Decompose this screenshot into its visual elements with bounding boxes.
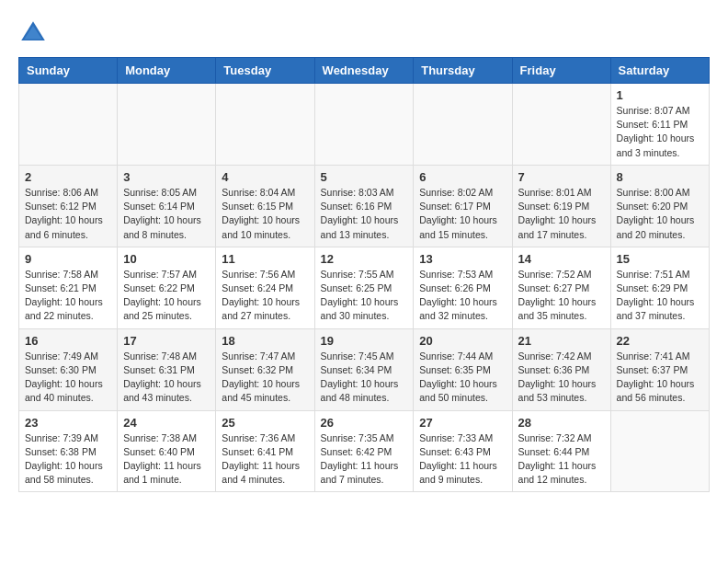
calendar-cell: 19Sunrise: 7:45 AM Sunset: 6:34 PM Dayli… — [314, 328, 414, 410]
day-number: 17 — [123, 334, 210, 348]
calendar-cell: 25Sunrise: 7:36 AM Sunset: 6:41 PM Dayli… — [216, 410, 314, 492]
calendar-cell: 14Sunrise: 7:52 AM Sunset: 6:27 PM Dayli… — [512, 247, 610, 328]
calendar-cell: 2Sunrise: 8:06 AM Sunset: 6:12 PM Daylig… — [19, 165, 118, 247]
day-info: Sunrise: 7:48 AM Sunset: 6:31 PM Dayligh… — [123, 350, 210, 406]
calendar-header-thursday: Thursday — [414, 58, 512, 84]
day-number: 10 — [123, 252, 210, 266]
day-info: Sunrise: 7:39 AM Sunset: 6:38 PM Dayligh… — [25, 431, 111, 488]
day-info: Sunrise: 8:02 AM Sunset: 6:17 PM Dayligh… — [419, 186, 506, 242]
day-number: 7 — [518, 170, 605, 184]
day-number: 20 — [419, 334, 506, 348]
day-number: 26 — [321, 416, 408, 430]
page-header — [18, 18, 710, 48]
day-number: 25 — [222, 416, 308, 430]
calendar-header-saturday: Saturday — [610, 58, 709, 84]
calendar: SundayMondayTuesdayWednesdayThursdayFrid… — [18, 57, 710, 492]
day-number: 15 — [617, 252, 703, 266]
day-info: Sunrise: 7:44 AM Sunset: 6:35 PM Dayligh… — [419, 350, 506, 406]
day-number: 2 — [25, 170, 111, 184]
calendar-week-row: 23Sunrise: 7:39 AM Sunset: 6:38 PM Dayli… — [19, 410, 710, 492]
day-number: 6 — [419, 170, 506, 184]
day-number: 18 — [222, 334, 308, 348]
calendar-cell: 12Sunrise: 7:55 AM Sunset: 6:25 PM Dayli… — [314, 247, 414, 328]
day-info: Sunrise: 7:52 AM Sunset: 6:27 PM Dayligh… — [518, 268, 605, 324]
day-number: 23 — [25, 416, 111, 430]
calendar-cell: 24Sunrise: 7:38 AM Sunset: 6:40 PM Dayli… — [118, 410, 216, 492]
day-info: Sunrise: 7:49 AM Sunset: 6:30 PM Dayligh… — [25, 350, 111, 406]
day-info: Sunrise: 7:41 AM Sunset: 6:37 PM Dayligh… — [617, 350, 703, 406]
calendar-cell: 7Sunrise: 8:01 AM Sunset: 6:19 PM Daylig… — [512, 165, 610, 247]
day-number: 19 — [321, 334, 408, 348]
calendar-header-friday: Friday — [512, 58, 610, 84]
day-info: Sunrise: 7:35 AM Sunset: 6:42 PM Dayligh… — [321, 431, 408, 488]
logo — [18, 18, 53, 48]
calendar-cell: 23Sunrise: 7:39 AM Sunset: 6:38 PM Dayli… — [19, 410, 118, 492]
calendar-cell: 18Sunrise: 7:47 AM Sunset: 6:32 PM Dayli… — [216, 328, 314, 410]
day-number: 1 — [617, 88, 703, 102]
day-number: 9 — [25, 252, 111, 266]
calendar-cell: 9Sunrise: 7:58 AM Sunset: 6:21 PM Daylig… — [19, 247, 118, 328]
calendar-cell — [512, 84, 610, 166]
day-number: 27 — [419, 416, 506, 430]
calendar-header-tuesday: Tuesday — [216, 58, 314, 84]
calendar-cell: 4Sunrise: 8:04 AM Sunset: 6:15 PM Daylig… — [216, 165, 314, 247]
day-info: Sunrise: 8:00 AM Sunset: 6:20 PM Dayligh… — [617, 186, 703, 242]
day-info: Sunrise: 8:05 AM Sunset: 6:14 PM Dayligh… — [123, 186, 210, 242]
day-info: Sunrise: 7:47 AM Sunset: 6:32 PM Dayligh… — [222, 350, 308, 406]
day-number: 14 — [518, 252, 605, 266]
calendar-cell: 28Sunrise: 7:32 AM Sunset: 6:44 PM Dayli… — [512, 410, 610, 492]
day-info: Sunrise: 8:01 AM Sunset: 6:19 PM Dayligh… — [518, 186, 605, 242]
day-number: 22 — [617, 334, 703, 348]
day-info: Sunrise: 8:03 AM Sunset: 6:16 PM Dayligh… — [321, 186, 408, 242]
calendar-cell: 8Sunrise: 8:00 AM Sunset: 6:20 PM Daylig… — [610, 165, 709, 247]
calendar-cell: 26Sunrise: 7:35 AM Sunset: 6:42 PM Dayli… — [314, 410, 414, 492]
day-info: Sunrise: 7:38 AM Sunset: 6:40 PM Dayligh… — [123, 431, 210, 488]
logo-icon — [18, 18, 48, 48]
calendar-cell: 22Sunrise: 7:41 AM Sunset: 6:37 PM Dayli… — [610, 328, 709, 410]
day-info: Sunrise: 8:06 AM Sunset: 6:12 PM Dayligh… — [25, 186, 111, 242]
day-number: 3 — [123, 170, 210, 184]
calendar-cell: 5Sunrise: 8:03 AM Sunset: 6:16 PM Daylig… — [314, 165, 414, 247]
day-info: Sunrise: 7:33 AM Sunset: 6:43 PM Dayligh… — [419, 431, 506, 488]
calendar-week-row: 2Sunrise: 8:06 AM Sunset: 6:12 PM Daylig… — [19, 165, 710, 247]
day-info: Sunrise: 7:32 AM Sunset: 6:44 PM Dayligh… — [518, 431, 605, 488]
calendar-cell: 20Sunrise: 7:44 AM Sunset: 6:35 PM Dayli… — [414, 328, 512, 410]
day-number: 16 — [25, 334, 111, 348]
day-info: Sunrise: 7:56 AM Sunset: 6:24 PM Dayligh… — [222, 268, 308, 324]
calendar-week-row: 1Sunrise: 8:07 AM Sunset: 6:11 PM Daylig… — [19, 84, 710, 166]
calendar-header-sunday: Sunday — [19, 58, 118, 84]
day-number: 5 — [321, 170, 408, 184]
day-info: Sunrise: 8:07 AM Sunset: 6:11 PM Dayligh… — [617, 104, 703, 160]
calendar-cell: 13Sunrise: 7:53 AM Sunset: 6:26 PM Dayli… — [414, 247, 512, 328]
calendar-cell: 27Sunrise: 7:33 AM Sunset: 6:43 PM Dayli… — [414, 410, 512, 492]
calendar-cell — [216, 84, 314, 166]
day-number: 4 — [222, 170, 308, 184]
day-info: Sunrise: 7:42 AM Sunset: 6:36 PM Dayligh… — [518, 350, 605, 406]
calendar-cell — [118, 84, 216, 166]
day-number: 8 — [617, 170, 703, 184]
day-number: 13 — [419, 252, 506, 266]
day-number: 21 — [518, 334, 605, 348]
day-info: Sunrise: 7:51 AM Sunset: 6:29 PM Dayligh… — [617, 268, 703, 324]
day-info: Sunrise: 7:53 AM Sunset: 6:26 PM Dayligh… — [419, 268, 506, 324]
day-info: Sunrise: 7:57 AM Sunset: 6:22 PM Dayligh… — [123, 268, 210, 324]
day-info: Sunrise: 7:55 AM Sunset: 6:25 PM Dayligh… — [321, 268, 408, 324]
day-number: 24 — [123, 416, 210, 430]
calendar-week-row: 9Sunrise: 7:58 AM Sunset: 6:21 PM Daylig… — [19, 247, 710, 328]
calendar-cell: 1Sunrise: 8:07 AM Sunset: 6:11 PM Daylig… — [610, 84, 709, 166]
calendar-cell: 17Sunrise: 7:48 AM Sunset: 6:31 PM Dayli… — [118, 328, 216, 410]
day-number: 11 — [222, 252, 308, 266]
calendar-cell — [19, 84, 118, 166]
calendar-cell: 11Sunrise: 7:56 AM Sunset: 6:24 PM Dayli… — [216, 247, 314, 328]
calendar-cell: 21Sunrise: 7:42 AM Sunset: 6:36 PM Dayli… — [512, 328, 610, 410]
calendar-cell — [414, 84, 512, 166]
calendar-cell: 15Sunrise: 7:51 AM Sunset: 6:29 PM Dayli… — [610, 247, 709, 328]
day-info: Sunrise: 7:45 AM Sunset: 6:34 PM Dayligh… — [321, 350, 408, 406]
calendar-cell: 3Sunrise: 8:05 AM Sunset: 6:14 PM Daylig… — [118, 165, 216, 247]
calendar-cell: 16Sunrise: 7:49 AM Sunset: 6:30 PM Dayli… — [19, 328, 118, 410]
day-info: Sunrise: 8:04 AM Sunset: 6:15 PM Dayligh… — [222, 186, 308, 242]
day-number: 12 — [321, 252, 408, 266]
day-number: 28 — [518, 416, 605, 430]
calendar-week-row: 16Sunrise: 7:49 AM Sunset: 6:30 PM Dayli… — [19, 328, 710, 410]
calendar-cell: 10Sunrise: 7:57 AM Sunset: 6:22 PM Dayli… — [118, 247, 216, 328]
